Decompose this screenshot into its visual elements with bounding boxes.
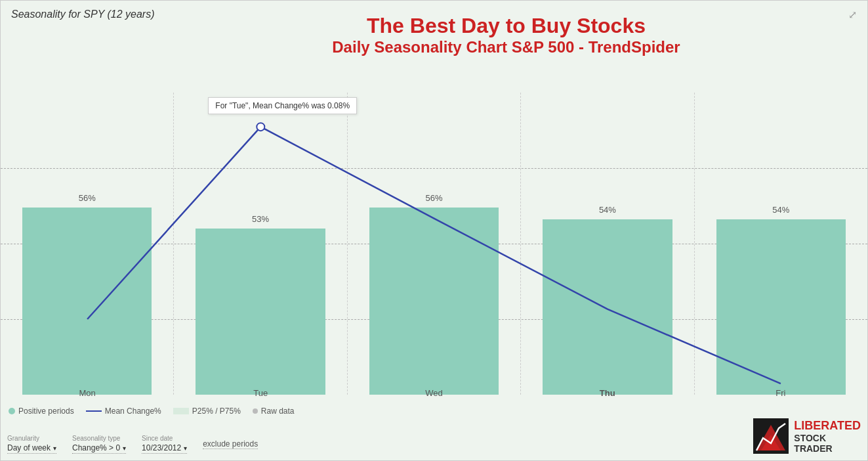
x-label-tue: Tue <box>174 383 347 398</box>
expand-icon[interactable]: ⤢ <box>848 9 857 21</box>
seasonality-label: Seasonality type <box>72 435 126 442</box>
exclude-periods-button[interactable]: exclude periods <box>203 439 258 449</box>
legend-raw-data: Raw data <box>253 406 295 416</box>
x-label-wed: Wed <box>347 383 520 398</box>
since-value: 10/23/2012 <box>142 443 181 452</box>
svg-point-0 <box>257 123 264 131</box>
granularity-label: Granularity <box>7 435 56 442</box>
legend-raw-label: Raw data <box>261 406 295 416</box>
since-date-control: Since date 10/23/2012 <box>142 435 187 454</box>
x-label-thu: Thu <box>521 383 694 398</box>
legend-dot-raw <box>253 408 258 414</box>
chart-title-line2: Daily Seasonality Chart S&P 500 - TrendS… <box>263 38 749 56</box>
granularity-value: Day of week <box>7 443 51 452</box>
brand-liberated: LIBERATED <box>794 419 861 433</box>
legend-p25-label: P25% / P75% <box>192 406 241 416</box>
brand-logo-icon <box>753 418 789 454</box>
chart-header: Seasonality for SPY (12 years) <box>11 9 154 20</box>
legend-dash-p25 <box>173 408 189 414</box>
seasonality-value: Change% > 0 <box>72 443 120 452</box>
legend-p25-p75: P25% / P75% <box>173 406 241 416</box>
x-label-mon: Mon <box>1 383 174 398</box>
since-label: Since date <box>142 435 187 442</box>
brand-text: LIBERATED STOCK TRADER <box>794 419 861 454</box>
brand-stock: STOCK <box>794 433 861 443</box>
chart-title-overlay: The Best Day to Buy Stocks Daily Seasona… <box>263 14 749 56</box>
granularity-select[interactable]: Day of week <box>7 443 56 454</box>
legend-positive-periods: Positive periods <box>9 406 74 416</box>
chart-area: 56%53%56%54%54% For "Tue", Mean Change% … <box>1 93 867 395</box>
legend-mean-label: Mean Change% <box>105 406 161 416</box>
legend: Positive periods Mean Change% P25% / P75… <box>9 406 295 416</box>
legend-line-mean <box>86 410 102 412</box>
legend-dot-positive <box>9 408 15 414</box>
x-axis: MonTueWedThuFri <box>1 383 867 398</box>
controls-bar: Granularity Day of week Seasonality type… <box>7 435 258 454</box>
x-label-fri: Fri <box>694 383 867 398</box>
seasonality-type-control: Seasonality type Change% > 0 <box>72 435 126 454</box>
chart-container: Seasonality for SPY (12 years) ⤢ The Bes… <box>0 0 868 461</box>
brand-trader: TRADER <box>794 443 861 454</box>
legend-positive-label: Positive periods <box>18 406 74 416</box>
branding: LIBERATED STOCK TRADER <box>753 418 861 454</box>
since-select[interactable]: 10/23/2012 <box>142 443 187 454</box>
granularity-control: Granularity Day of week <box>7 435 56 454</box>
seasonality-select[interactable]: Change% > 0 <box>72 443 126 454</box>
legend-mean-change: Mean Change% <box>86 406 161 416</box>
mean-change-line <box>1 93 867 395</box>
chart-title-line1: The Best Day to Buy Stocks <box>263 14 749 38</box>
